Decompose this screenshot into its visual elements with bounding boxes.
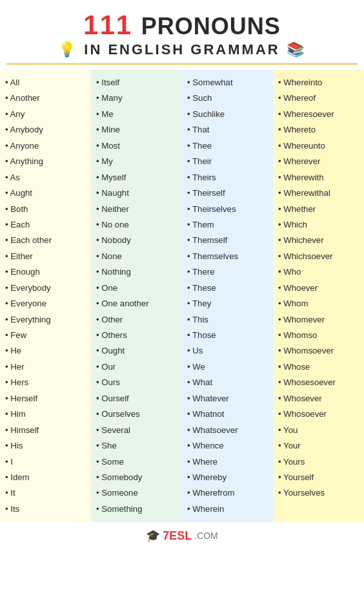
list-item: His — [5, 438, 88, 454]
list-item: Their — [187, 154, 270, 169]
list-item: Everybody — [5, 280, 88, 296]
list-item: Whereunto — [278, 138, 361, 154]
list-item: Us — [187, 343, 270, 359]
column-3: SomewhatSuchSuchlikeThatTheeTheirTheirsT… — [182, 70, 273, 522]
list-item: Wherewithal — [278, 185, 361, 201]
list-item: As — [5, 170, 88, 185]
list-item: Somebody — [96, 470, 179, 485]
list-item: Most — [96, 138, 179, 154]
column-4: WhereintoWhereofWheresoeverWheretoWhereu… — [273, 70, 364, 522]
list-item: Mine — [96, 122, 179, 138]
list-item: Whomso — [278, 328, 361, 343]
subtitle: 💡 IN ENGLISH GRAMMAR 📚 — [6, 41, 358, 65]
list-item: Everyone — [5, 296, 88, 311]
list-item: Neither — [96, 202, 179, 217]
list-item: Wheresoever — [278, 107, 361, 122]
list-item: Wherewith — [278, 170, 361, 185]
list-item: Whoever — [278, 280, 361, 296]
list-item: He — [5, 343, 88, 359]
list-item: Where — [187, 454, 270, 470]
list-item: No one — [96, 217, 179, 233]
list-item: None — [96, 249, 179, 264]
list-item: Others — [96, 328, 179, 343]
list-item: Themselves — [187, 249, 270, 264]
list-item: One another — [96, 296, 179, 311]
list-item: Whereinto — [278, 75, 361, 90]
list-item: Each other — [5, 233, 88, 248]
list-item: Ought — [96, 343, 179, 359]
list-item: Whosoever — [278, 406, 361, 422]
list-item: Wherever — [278, 154, 361, 169]
list-item: Another — [5, 90, 88, 106]
hat-icon: 🎓 — [146, 529, 160, 543]
list-item: Ours — [96, 375, 179, 390]
subtitle-text: IN ENGLISH GRAMMAR — [84, 41, 279, 58]
list-item: Herself — [5, 391, 88, 406]
list-item: Idem — [5, 470, 88, 485]
list-item: My — [96, 154, 179, 169]
list-item: Wherein — [187, 501, 270, 517]
list-item: This — [187, 312, 270, 328]
list-item: Our — [96, 359, 179, 375]
list-item: Them — [187, 217, 270, 233]
list-item: Aught — [5, 185, 88, 201]
list-item: She — [96, 438, 179, 454]
list-item: Yours — [278, 454, 361, 470]
list-item: Anybody — [5, 122, 88, 138]
list-item: Theirself — [187, 185, 270, 201]
list-item: It — [5, 485, 88, 501]
list-item: Whichever — [278, 233, 361, 248]
list-item: That — [187, 122, 270, 138]
list-item: Whence — [187, 438, 270, 454]
list-item: Such — [187, 90, 270, 106]
list-item: Ourselves — [96, 406, 179, 422]
list-item: Myself — [96, 170, 179, 185]
list-item: Anything — [5, 154, 88, 169]
list-item: Whether — [278, 202, 361, 217]
list-item: Whichsoever — [278, 249, 361, 264]
list-item: There — [187, 264, 270, 280]
list-item: Suchlike — [187, 107, 270, 122]
list-item: Someone — [96, 485, 179, 501]
pronouns-grid: AllAnotherAnyAnybodyAnyoneAnythingAsAugh… — [0, 70, 364, 522]
list-item: Anyone — [5, 138, 88, 154]
list-item: Whereto — [278, 122, 361, 138]
list-item: Himself — [5, 423, 88, 438]
list-item: Nobody — [96, 233, 179, 248]
list-item: Enough — [5, 264, 88, 280]
list-item: Those — [187, 328, 270, 343]
list-item: One — [96, 280, 179, 296]
list-item: Many — [96, 90, 179, 106]
list-item: These — [187, 280, 270, 296]
list-item: Theirselves — [187, 202, 270, 217]
list-item: Whosever — [278, 391, 361, 406]
list-item: Her — [5, 359, 88, 375]
list-item: Itself — [96, 75, 179, 90]
list-item: Nothing — [96, 264, 179, 280]
column-1: AllAnotherAnyAnybodyAnyoneAnythingAsAugh… — [0, 70, 91, 522]
footer: 🎓 7ESL .COM — [0, 522, 364, 548]
list-item: I — [5, 454, 88, 470]
list-item: Ourself — [96, 391, 179, 406]
list-item: Your — [278, 438, 361, 454]
list-item: They — [187, 296, 270, 311]
list-item: You — [278, 423, 361, 438]
list-item: Some — [96, 454, 179, 470]
books-icon: 📚 — [287, 41, 306, 58]
list-item: All — [5, 75, 88, 90]
list-item: Which — [278, 217, 361, 233]
list-item: Me — [96, 107, 179, 122]
list-item: Whom — [278, 296, 361, 311]
bulb-icon: 💡 — [58, 41, 77, 58]
list-item: Who — [278, 264, 361, 280]
list-item: Somewhat — [187, 75, 270, 90]
list-item: Hers — [5, 375, 88, 390]
list-item: Whatnot — [187, 406, 270, 422]
list-item: Whatever — [187, 391, 270, 406]
list-item: Him — [5, 406, 88, 422]
list-item: Each — [5, 217, 88, 233]
list-item: Other — [96, 312, 179, 328]
list-item: Everything — [5, 312, 88, 328]
list-item: What — [187, 375, 270, 390]
list-item: Any — [5, 107, 88, 122]
